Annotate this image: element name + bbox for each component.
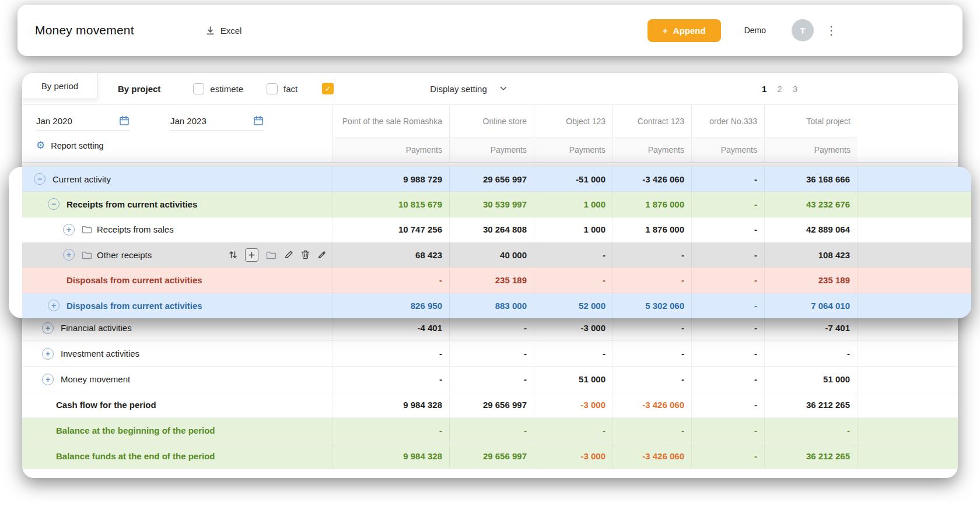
table-row[interactable]: +Receipts from sales10 747 25630 264 808… xyxy=(22,217,971,242)
value-cell: - xyxy=(612,242,691,267)
tab-by-project[interactable]: By project xyxy=(118,84,160,94)
table-row[interactable]: +Other receipts68 42340 000---108 423 xyxy=(22,242,971,268)
expand-toggle-icon[interactable]: + xyxy=(42,374,54,385)
value-cell: - xyxy=(332,268,449,292)
value-cell: 235 189 xyxy=(764,268,858,292)
value-cell: 29 656 997 xyxy=(449,444,534,469)
date-from-input[interactable]: Jan 2020 xyxy=(36,115,130,131)
collapse-toggle-icon[interactable]: − xyxy=(48,198,60,210)
value-cell: - xyxy=(691,217,764,242)
expand-toggle-icon[interactable]: + xyxy=(63,249,75,261)
estimete-label: estimete xyxy=(210,84,243,94)
collapse-toggle-icon[interactable]: − xyxy=(34,173,46,185)
highlighted-rows-card: −Current activity9 988 72929 656 997-51 … xyxy=(9,167,971,318)
payments-subheader: Payments xyxy=(534,137,612,162)
row-label-cell: +Other receipts xyxy=(22,242,332,267)
column-header: Total project xyxy=(764,105,858,137)
display-setting-dropdown[interactable]: Display setting xyxy=(430,84,507,94)
page-button[interactable]: 3 xyxy=(793,84,797,94)
value-cell: -3 426 060 xyxy=(612,392,691,417)
folder-icon[interactable] xyxy=(266,251,276,259)
value-cell: - xyxy=(612,315,691,340)
table-row[interactable]: +Disposals from current activities826 95… xyxy=(22,293,971,318)
table-row[interactable]: Disposals from current activities-235 18… xyxy=(22,268,971,293)
value-cell: - xyxy=(449,315,534,340)
value-cell: - xyxy=(691,192,764,216)
tab-by-period[interactable]: By period xyxy=(22,73,98,99)
table-row[interactable]: +Investment activities------ xyxy=(22,341,958,367)
excel-label: Excel xyxy=(220,26,242,36)
value-cell: -7 401 xyxy=(764,315,858,340)
row-label-cell: +Money movement xyxy=(22,367,332,392)
value-cell: 36 212 265 xyxy=(764,444,858,469)
row-label-cell: −Receipts from current activities xyxy=(22,192,332,216)
value-cell: - xyxy=(534,418,612,443)
page-button[interactable]: 1 xyxy=(762,84,766,94)
table-row[interactable]: +Money movement--51 000--51 000 xyxy=(22,367,958,392)
avatar[interactable]: T xyxy=(792,19,814,41)
excel-export-button[interactable]: Excel xyxy=(205,26,242,36)
trash-icon[interactable] xyxy=(301,250,310,259)
value-cell: 30 539 997 xyxy=(449,192,534,216)
table-row[interactable]: Cash flow for the period9 984 32829 656 … xyxy=(22,392,958,418)
row-label: Balance at the beginning of the period xyxy=(56,425,215,435)
expand-toggle-icon[interactable]: + xyxy=(42,322,54,334)
value-cell: 1 876 000 xyxy=(612,217,691,242)
value-cell: - xyxy=(449,341,534,366)
row-label-cell: Balance funds at the end of the period xyxy=(22,444,332,469)
value-cell: -3 000 xyxy=(534,392,612,417)
folder-icon xyxy=(82,225,92,234)
table-row[interactable]: Balance at the beginning of the period--… xyxy=(22,418,958,444)
value-cell: 29 656 997 xyxy=(449,392,534,417)
pen-icon[interactable] xyxy=(317,250,327,259)
table-row[interactable]: −Current activity9 988 72929 656 997-51 … xyxy=(22,167,971,192)
value-cell: 235 189 xyxy=(449,268,534,292)
column-header: Point of the sale Romashka xyxy=(332,105,449,137)
value-cell: 9 984 328 xyxy=(332,444,449,469)
fact-label: fact xyxy=(284,84,298,94)
top-bar-actions: + Append Demo T ⋮ xyxy=(648,19,837,42)
download-icon xyxy=(205,26,215,36)
payments-subheader: Payments xyxy=(764,137,858,162)
table-row[interactable]: +Financial activities-4 401--3 000---7 4… xyxy=(22,315,958,341)
value-cell: 10 815 679 xyxy=(332,192,449,216)
row-actions xyxy=(229,248,327,262)
value-cell: - xyxy=(612,268,691,292)
value-cell: - xyxy=(691,444,764,469)
value-cell: -3 000 xyxy=(534,315,612,340)
table-row[interactable]: Balance funds at the end of the period9 … xyxy=(22,444,958,469)
column-header: Online store xyxy=(449,105,534,137)
page-button[interactable]: 2 xyxy=(777,84,782,94)
row-label-cell: +Receipts from sales xyxy=(22,217,332,242)
folder-icon xyxy=(82,251,92,259)
row-label: Receipts from current activities xyxy=(66,199,197,209)
value-cell: - xyxy=(534,268,612,292)
estimete-checkbox[interactable]: estimete xyxy=(193,83,243,94)
report-setting-button[interactable]: ⚙ Report setting xyxy=(36,140,332,150)
value-cell: 68 423 xyxy=(332,242,449,267)
date-to-input[interactable]: Jan 2023 xyxy=(170,115,264,131)
column-header: Contract 123 xyxy=(612,105,691,137)
row-label: Balance funds at the end of the period xyxy=(56,451,215,461)
expand-toggle-icon[interactable]: + xyxy=(63,224,75,235)
sort-icon[interactable] xyxy=(229,250,237,259)
payments-subheader: Payments xyxy=(449,137,534,162)
append-button[interactable]: + Append xyxy=(648,19,721,42)
highlight-checked-checkbox[interactable] xyxy=(322,83,334,94)
pencil-icon[interactable] xyxy=(284,250,293,259)
checkbox-icon xyxy=(193,83,204,94)
table-row[interactable]: −Receipts from current activities10 815 … xyxy=(22,192,971,217)
add-icon[interactable] xyxy=(245,248,258,262)
expand-toggle-icon[interactable]: + xyxy=(48,300,60,311)
expand-toggle-icon[interactable]: + xyxy=(42,348,54,360)
value-cell: 51 000 xyxy=(534,367,612,392)
row-label: Cash flow for the period xyxy=(56,400,156,410)
row-label: Financial activities xyxy=(61,323,132,333)
filter-panel: Jan 2020 Jan 2023 ⚙ Report setting xyxy=(22,105,332,162)
fact-checkbox[interactable]: fact xyxy=(267,83,298,94)
value-cell: - xyxy=(691,392,764,417)
value-cell: -3 000 xyxy=(534,444,612,469)
value-cell: -51 000 xyxy=(534,167,612,191)
demo-link[interactable]: Demo xyxy=(744,26,766,35)
kebab-menu-icon[interactable]: ⋮ xyxy=(825,24,837,36)
